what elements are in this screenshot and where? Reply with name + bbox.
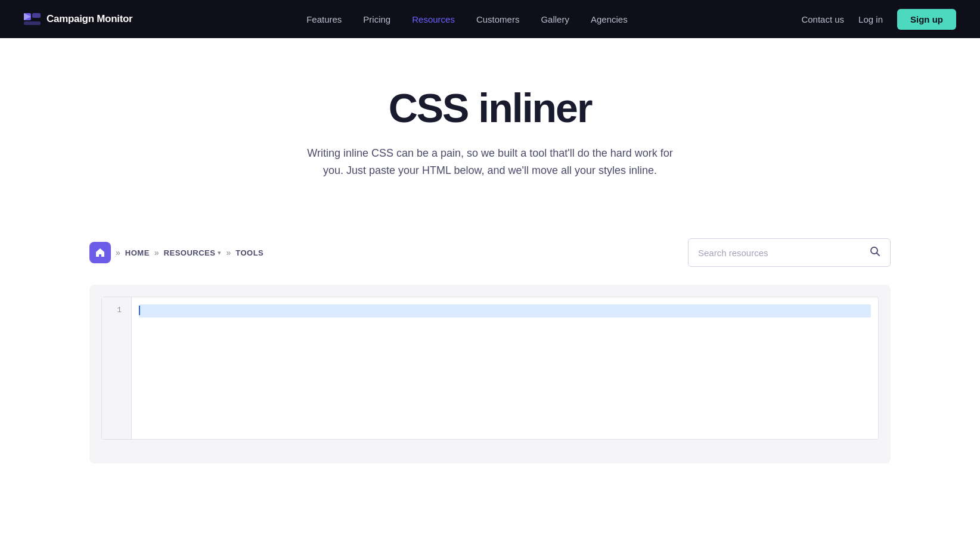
breadcrumb-sep-3: » — [226, 248, 231, 257]
hero-section: CSS inliner Writing inline CSS can be a … — [0, 38, 980, 214]
breadcrumb: » HOME » RESOURCES ▾ » TOOLS — [89, 242, 263, 263]
breadcrumb-current: TOOLS — [235, 248, 263, 257]
svg-line-5 — [877, 253, 880, 256]
logo-text: Campaign Monitor — [46, 13, 132, 25]
breadcrumb-sep-1: » — [116, 248, 120, 257]
page-title: CSS inliner — [24, 86, 956, 130]
nav-pricing[interactable]: Pricing — [363, 14, 390, 24]
contact-link[interactable]: Contact us — [801, 14, 844, 24]
breadcrumb-sep-2: » — [154, 248, 159, 257]
editor-line-highlight — [139, 304, 871, 318]
nav-links: Features Pricing Resources Customers Gal… — [306, 14, 628, 24]
home-icon-button[interactable] — [89, 242, 111, 263]
editor-cursor — [139, 306, 140, 315]
search-icon[interactable] — [870, 246, 880, 259]
breadcrumb-row: » HOME » RESOURCES ▾ » TOOLS — [0, 238, 980, 267]
line-number-1: 1 — [111, 304, 122, 317]
editor-wrapper: 1 — [89, 285, 891, 463]
signup-button[interactable]: Sign up — [897, 9, 956, 30]
breadcrumb-resources-link[interactable]: RESOURCES — [164, 248, 216, 257]
nav-features[interactable]: Features — [306, 14, 342, 24]
logo-icon — [24, 13, 41, 25]
editor-gutter: 1 — [102, 297, 132, 439]
svg-rect-1 — [32, 13, 41, 18]
editor-content[interactable] — [132, 297, 878, 439]
nav-gallery[interactable]: Gallery — [541, 14, 569, 24]
chevron-down-icon: ▾ — [218, 249, 221, 257]
login-link[interactable]: Log in — [858, 14, 883, 24]
code-editor[interactable]: 1 — [101, 297, 879, 440]
navbar: Campaign Monitor Features Pricing Resour… — [0, 0, 980, 38]
svg-rect-2 — [24, 21, 41, 25]
hero-subtitle: Writing inline CSS can be a pain, so we … — [299, 145, 681, 179]
search-box — [688, 238, 891, 267]
nav-resources[interactable]: Resources — [412, 14, 455, 24]
nav-customers[interactable]: Customers — [476, 14, 520, 24]
nav-actions: Contact us Log in Sign up — [801, 9, 956, 30]
breadcrumb-resources-container: RESOURCES ▾ — [164, 248, 222, 257]
nav-agencies[interactable]: Agencies — [591, 14, 628, 24]
search-input[interactable] — [698, 248, 870, 258]
breadcrumb-home-link[interactable]: HOME — [125, 248, 150, 257]
logo-link[interactable]: Campaign Monitor — [24, 13, 132, 25]
home-icon — [95, 247, 106, 258]
